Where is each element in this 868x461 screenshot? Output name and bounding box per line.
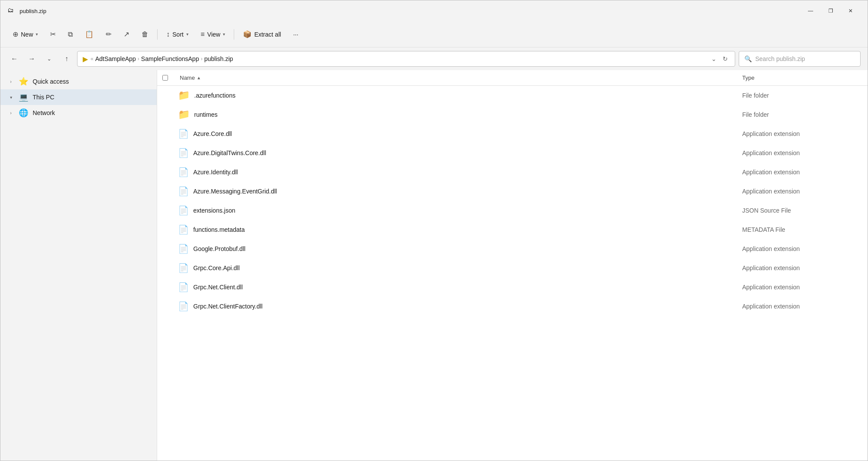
back-button[interactable]: ← [7, 52, 21, 66]
more-button[interactable]: ··· [288, 26, 304, 43]
toolbar: ⊕ New ▾ ✂ ⧉ 📋 ✏ ↗ 🗑 ↕ Sort ▾ ≡ View [0, 21, 868, 47]
row-checkbox-7 [157, 227, 175, 233]
path-part-0[interactable]: AdtSampleApp [95, 55, 136, 62]
column-type-label: Type [742, 75, 754, 81]
paste-button[interactable]: 📋 [80, 26, 99, 43]
column-type[interactable]: Type [737, 73, 868, 83]
file-type-5: Application extension [737, 188, 868, 195]
file-name-0: .azurefunctions [194, 92, 236, 99]
forward-button[interactable]: → [25, 52, 39, 66]
address-path: « AdtSampleApp › SampleFunctionsApp › pu… [91, 55, 707, 62]
sidebar-item-quick-access[interactable]: › ⭐ Quick access [0, 74, 157, 89]
file-name-9: Grpc.Core.Api.dll [193, 264, 240, 271]
share-icon: ↗ [124, 30, 129, 38]
sort-arrow-icon: ▲ [197, 75, 201, 80]
refresh-icon[interactable]: ↻ [721, 54, 730, 64]
dll-icon: 📄 [178, 148, 189, 158]
file-name-8: Google.Protobuf.dll [193, 245, 246, 252]
sidebar-item-this-pc[interactable]: ▾ 💻 This PC [0, 89, 157, 105]
maximize-button[interactable]: ❐ [821, 4, 841, 18]
column-checkbox[interactable] [157, 73, 175, 83]
window-title: publish.zip [20, 8, 46, 14]
file-name-cell-10: 📄 Grpc.Net.Client.dll [175, 282, 737, 292]
delete-button[interactable]: 🗑 [136, 26, 154, 43]
path-sep-2: › [201, 56, 202, 62]
sidebar: › ⭐ Quick access ▾ 💻 This PC › 🌐 Network [0, 70, 157, 461]
close-button[interactable]: ✕ [841, 4, 861, 18]
row-checkbox-1 [157, 112, 175, 118]
extract-icon: 📦 [243, 30, 252, 38]
sidebar-label-network: Network [33, 109, 55, 116]
search-box[interactable]: 🔍 Search publish.zip [739, 51, 861, 67]
select-all-checkbox[interactable] [162, 75, 168, 81]
file-name-cell-4: 📄 Azure.Identity.dll [175, 167, 737, 177]
file-type-0: File folder [737, 92, 868, 99]
window: 🗂 publish.zip — ❐ ✕ ⊕ New ▾ ✂ ⧉ 📋 ✏ ↗ [0, 0, 868, 461]
sort-button[interactable]: ↕ Sort ▾ [161, 26, 194, 43]
view-button[interactable]: ≡ View ▾ [195, 26, 230, 43]
address-chevron-icon[interactable]: ⌄ [710, 54, 718, 64]
table-row[interactable]: 📄 Azure.DigitalTwins.Core.dll Applicatio… [157, 143, 868, 163]
address-input[interactable]: ▶ « AdtSampleApp › SampleFunctionsApp › … [77, 51, 735, 67]
separator-2 [234, 29, 234, 40]
table-row[interactable]: 📄 extensions.json JSON Source File [157, 201, 868, 220]
dll-icon: 📄 [178, 263, 189, 273]
sidebar-item-network[interactable]: › 🌐 Network [0, 105, 157, 121]
file-type-7: METADATA File [737, 226, 868, 233]
folder-icon: 📁 [178, 90, 190, 101]
more-label: ··· [293, 31, 299, 38]
sort-label: Sort [172, 31, 184, 38]
main-content: › ⭐ Quick access ▾ 💻 This PC › 🌐 Network [0, 70, 868, 461]
share-button[interactable]: ↗ [118, 26, 135, 43]
file-type-4: Application extension [737, 169, 868, 176]
row-checkbox-10 [157, 285, 175, 290]
table-row[interactable]: 📁 runtimes File folder [157, 105, 868, 124]
table-row[interactable]: 📄 Grpc.Net.ClientFactory.dll Application… [157, 297, 868, 316]
row-checkbox-8 [157, 246, 175, 252]
table-row[interactable]: 📄 Azure.Messaging.EventGrid.dll Applicat… [157, 182, 868, 201]
path-sep-0: « [91, 56, 94, 62]
new-chevron-icon: ▾ [36, 32, 38, 37]
table-row[interactable]: 📁 .azurefunctions File folder [157, 86, 868, 105]
table-row[interactable]: 📄 functions.metadata METADATA File [157, 220, 868, 239]
file-name-cell-6: 📄 extensions.json [175, 205, 737, 216]
file-rows-container: 📁 .azurefunctions File folder 📁 runtimes… [157, 86, 868, 316]
row-checkbox-5 [157, 189, 175, 194]
path-part-1[interactable]: SampleFunctionsApp [141, 55, 199, 62]
path-part-2[interactable]: publish.zip [204, 55, 233, 62]
address-bar: ← → ⌄ ↑ ▶ « AdtSampleApp › SampleFunctio… [0, 47, 868, 70]
file-type-6: JSON Source File [737, 207, 868, 214]
column-name-label: Name [180, 75, 195, 81]
table-row[interactable]: 📄 Grpc.Net.Client.dll Application extens… [157, 278, 868, 297]
new-icon: ⊕ [13, 30, 18, 38]
file-name-cell-11: 📄 Grpc.Net.ClientFactory.dll [175, 301, 737, 312]
dll-icon: 📄 [178, 244, 189, 254]
recent-button[interactable]: ⌄ [42, 52, 56, 66]
copy-button[interactable]: ⧉ [63, 26, 78, 43]
paste-icon: 📋 [85, 30, 94, 38]
file-name-6: extensions.json [193, 207, 236, 214]
row-checkbox-2 [157, 131, 175, 137]
row-checkbox-0 [157, 93, 175, 98]
new-button[interactable]: ⊕ New ▾ [7, 26, 43, 43]
sidebar-label-this-pc: This PC [33, 94, 54, 101]
table-row[interactable]: 📄 Azure.Identity.dll Application extensi… [157, 163, 868, 182]
table-row[interactable]: 📄 Azure.Core.dll Application extension [157, 124, 868, 143]
title-bar-left: 🗂 publish.zip [7, 7, 46, 15]
file-type-9: Application extension [737, 264, 868, 271]
rename-button[interactable]: ✏ [101, 26, 117, 43]
extract-all-button[interactable]: 📦 Extract all [238, 26, 286, 43]
row-checkbox-9 [157, 265, 175, 271]
file-type-10: Application extension [737, 284, 868, 291]
table-row[interactable]: 📄 Grpc.Core.Api.dll Application extensio… [157, 258, 868, 278]
up-button[interactable]: ↑ [60, 52, 74, 66]
table-row[interactable]: 📄 Google.Protobuf.dll Application extens… [157, 239, 868, 258]
file-name-cell-1: 📁 runtimes [175, 109, 737, 120]
minimize-button[interactable]: — [801, 4, 821, 18]
file-name-10: Grpc.Net.Client.dll [193, 284, 243, 291]
file-name-3: Azure.DigitalTwins.Core.dll [193, 149, 266, 156]
search-placeholder: Search publish.zip [755, 55, 805, 62]
column-name[interactable]: Name ▲ [175, 73, 737, 83]
path-sep-1: › [138, 56, 139, 62]
cut-button[interactable]: ✂ [45, 26, 61, 43]
